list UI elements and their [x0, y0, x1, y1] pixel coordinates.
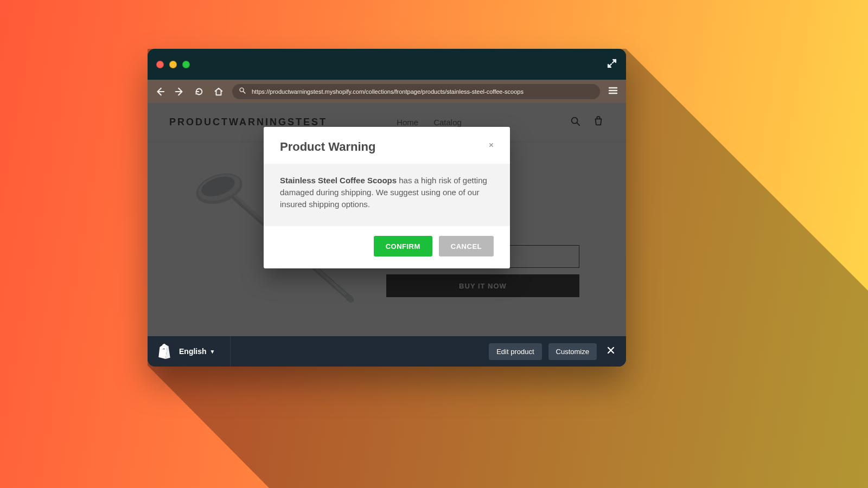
- caret-down-icon: ▼: [210, 349, 215, 355]
- modal-close-button[interactable]: ×: [489, 140, 494, 150]
- window-titlebar: [148, 49, 626, 80]
- browser-toolbar: [148, 80, 626, 103]
- cancel-button[interactable]: CANCEL: [439, 236, 494, 256]
- admin-bar-close-button[interactable]: [603, 346, 618, 357]
- customize-button[interactable]: Customize: [548, 343, 597, 360]
- product-warning-modal: Product Warning × Stainless Steel Coffee…: [264, 127, 510, 268]
- divider: [230, 336, 231, 367]
- edit-product-button[interactable]: Edit product: [489, 343, 541, 360]
- window-close-button[interactable]: [156, 61, 164, 68]
- home-button[interactable]: [213, 86, 225, 98]
- menu-button[interactable]: [608, 85, 620, 98]
- modal-title: Product Warning: [280, 140, 375, 154]
- modal-body: Stainless Steel Coffee Scoops has a high…: [264, 164, 510, 226]
- shopify-logo-icon: [157, 343, 171, 359]
- window-maximize-button[interactable]: [182, 61, 190, 68]
- browser-window: PRODUCTWARNINGSTEST Home Catalog: [148, 49, 626, 367]
- back-button[interactable]: [154, 86, 166, 98]
- address-bar[interactable]: [232, 84, 600, 99]
- forward-button[interactable]: [174, 86, 186, 98]
- shopify-admin-bar: English ▼ Edit product Customize: [148, 336, 626, 367]
- confirm-button[interactable]: CONFIRM: [374, 236, 432, 256]
- search-icon: [239, 87, 246, 97]
- page-content: PRODUCTWARNINGSTEST Home Catalog: [148, 103, 626, 336]
- window-minimize-button[interactable]: [169, 61, 177, 68]
- reload-button[interactable]: [193, 86, 205, 98]
- language-selector[interactable]: English ▼: [179, 347, 215, 356]
- fullscreen-icon[interactable]: [607, 58, 617, 71]
- url-input[interactable]: [252, 88, 593, 95]
- window-traffic-lights: [156, 61, 190, 68]
- modal-product-name: Stainless Steel Coffee Scoops: [280, 176, 397, 185]
- language-label: English: [179, 347, 207, 356]
